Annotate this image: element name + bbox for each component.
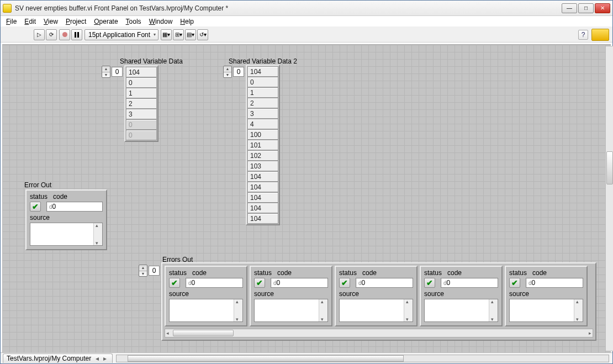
toolbar: ▷ ⟳ 15pt Application Font ▦▾ ⊞▾ ▤▾ ↺▾ ? (1, 27, 612, 43)
error-source-field[interactable] (169, 299, 243, 322)
errors-out-cluster-1: statuscode✔d0source (250, 266, 332, 326)
pause-button[interactable] (71, 29, 82, 40)
label-code: code (192, 269, 207, 277)
run-continuous-button[interactable]: ⟳ (46, 29, 57, 40)
arr1-cell-2[interactable]: 1 (126, 88, 157, 98)
project-tab[interactable]: TestVars.lvproj/My Computer ◂▸ (3, 354, 113, 363)
minimize-button[interactable]: — (562, 3, 577, 13)
arr2-cell-2[interactable]: 1 (247, 87, 278, 98)
error-status-led[interactable]: ✔ (424, 278, 435, 288)
arr2-cell-12[interactable]: 104 (247, 192, 278, 203)
menu-view[interactable]: View (44, 18, 58, 25)
arr2-cell-6[interactable]: 100 (247, 129, 278, 140)
error-source-field[interactable] (509, 299, 583, 322)
scrollbar-icon[interactable] (93, 223, 102, 245)
resize-button[interactable]: ▤▾ (185, 29, 196, 40)
index-svd1[interactable] (112, 67, 123, 77)
error-status-led[interactable]: ✔ (339, 278, 350, 288)
horizontal-scrollbar[interactable] (165, 329, 593, 337)
arr1-cell-6[interactable]: 0 (126, 130, 157, 140)
window-controls: — □ ✕ (562, 3, 610, 13)
menu-help[interactable]: Help (180, 18, 194, 25)
error-code-field[interactable]: d0 (271, 278, 328, 288)
arr2-cell-1[interactable]: 0 (247, 77, 278, 87)
arr2-cell-7[interactable]: 101 (247, 140, 278, 150)
scrollbar-icon[interactable] (574, 299, 583, 321)
label-code: code (362, 269, 377, 277)
error-code-field[interactable]: d0 (186, 278, 243, 288)
error-source-field[interactable] (424, 299, 498, 322)
menu-operate[interactable]: Operate (94, 18, 118, 25)
abort-button[interactable] (59, 29, 70, 40)
label-svd2: Shared Variable Data 2 (229, 57, 297, 65)
label-status: status (339, 269, 357, 277)
reorder-button[interactable]: ↺▾ (197, 29, 208, 40)
index-errors-out[interactable] (149, 266, 160, 276)
arr2-cell-5[interactable]: 4 (247, 119, 278, 129)
error-status-led[interactable]: ✔ (30, 202, 41, 212)
label-status: status (424, 269, 442, 277)
spinner-svd1[interactable]: ▲▼ (102, 66, 110, 78)
arr2-cell-3[interactable]: 2 (247, 98, 278, 108)
error-status-led[interactable]: ✔ (169, 278, 180, 288)
checkmark-icon: ✔ (32, 202, 39, 211)
error-code-field[interactable]: d0 (526, 278, 583, 288)
index-svd2[interactable] (233, 67, 244, 77)
arr1-cell-5[interactable]: 0 (126, 119, 157, 130)
vertical-scrollbar[interactable] (605, 46, 613, 351)
arr1-cell-0[interactable]: 104 (126, 67, 157, 77)
label-source: source (424, 290, 498, 298)
vi-icon[interactable] (591, 29, 609, 41)
scrollbar-icon[interactable] (489, 299, 498, 321)
checkmark-icon: ✔ (256, 278, 263, 287)
font-select[interactable]: 15pt Application Font (84, 29, 158, 40)
arr2-cell-9[interactable]: 103 (247, 161, 278, 171)
status-bar: TestVars.lvproj/My Computer ◂▸ (1, 352, 612, 363)
spinner-errors-out[interactable]: ▲▼ (139, 265, 147, 277)
error-source-field[interactable] (254, 299, 328, 322)
arr2-cell-11[interactable]: 104 (247, 182, 278, 192)
error-source-field[interactable] (339, 299, 413, 322)
menu-edit[interactable]: Edit (24, 18, 36, 25)
spinner-svd2[interactable]: ▲▼ (223, 66, 232, 78)
error-code-field[interactable]: d0 (441, 278, 498, 288)
error-code-field[interactable]: d0 (356, 278, 413, 288)
checkmark-icon: ✔ (171, 278, 178, 287)
menu-file[interactable]: File (6, 18, 17, 25)
scrollbar-icon[interactable] (404, 299, 413, 321)
arr1-cell-1[interactable]: 0 (126, 77, 157, 88)
main-horizontal-scrollbar[interactable] (116, 355, 609, 362)
align-button[interactable]: ▦▾ (161, 29, 172, 40)
scrollbar-icon[interactable] (319, 299, 327, 321)
arr2-cell-14[interactable]: 104 (247, 213, 278, 224)
maximize-button[interactable]: □ (578, 3, 594, 13)
arr2-cell-0[interactable]: 104 (247, 66, 278, 77)
menu-tools[interactable]: Tools (126, 18, 141, 25)
label-code: code (277, 269, 292, 277)
errors-out-cluster-4: statuscode✔d0source (505, 266, 588, 326)
error-status-led[interactable]: ✔ (254, 278, 265, 288)
close-button[interactable]: ✕ (595, 3, 610, 13)
distribute-button[interactable]: ⊞▾ (173, 29, 184, 40)
help-icon[interactable]: ? (578, 30, 588, 40)
run-button[interactable]: ▷ (34, 29, 45, 40)
arr1-cell-4[interactable]: 3 (126, 109, 157, 119)
label-code: code (532, 269, 547, 277)
menu-window[interactable]: Window (149, 18, 173, 25)
label-status: status (254, 269, 272, 277)
arr2-cell-4[interactable]: 3 (247, 108, 278, 119)
app-window: SV never empties buffer.vi Front Panel o… (0, 0, 613, 364)
label-source: source (254, 290, 328, 298)
error-source-field[interactable] (30, 223, 103, 246)
menu-project[interactable]: Project (66, 18, 86, 25)
errors-out-array: statuscode✔d0sourcestatuscode✔d0sourcest… (161, 262, 596, 341)
arr1-cell-3[interactable]: 2 (126, 98, 157, 109)
arr2-cell-13[interactable]: 104 (247, 203, 278, 213)
error-code-field[interactable]: d0 (46, 202, 103, 212)
scrollbar-icon[interactable] (234, 299, 242, 321)
front-panel-canvas[interactable]: Shared Variable Data ▲▼ 104 0 1 2 3 0 0 … (2, 44, 611, 352)
arr2-cell-8[interactable]: 102 (247, 150, 278, 161)
label-source: source (169, 290, 243, 298)
error-status-led[interactable]: ✔ (509, 278, 520, 288)
arr2-cell-10[interactable]: 104 (247, 171, 278, 182)
